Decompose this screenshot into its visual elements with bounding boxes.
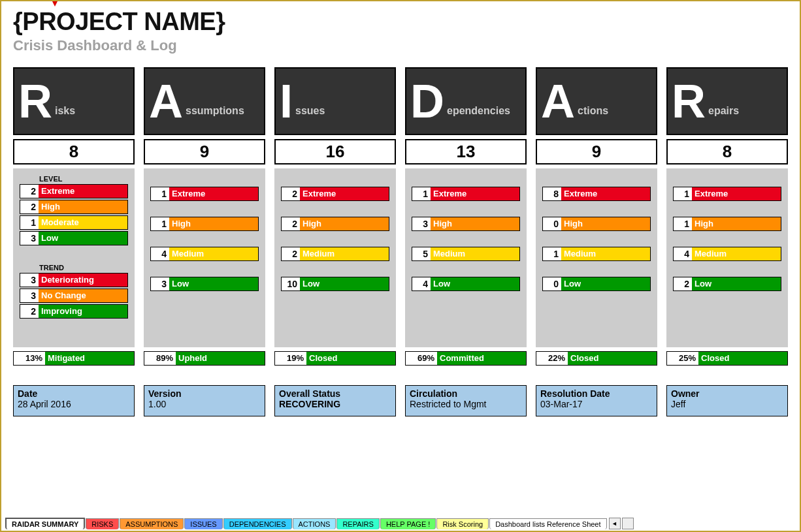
info-box-0: Date28 April 2016 — [13, 385, 135, 416]
column-letter: A — [149, 78, 183, 125]
sheet-tab-1[interactable]: RISKS — [86, 518, 119, 529]
status-label: Upheld — [176, 352, 265, 365]
breakdown-name: Medium — [431, 247, 519, 260]
column-letter: R — [18, 78, 52, 125]
tab-scroll-thumb[interactable] — [622, 518, 634, 529]
level-name: High — [39, 200, 127, 213]
breakdown-entry: 2High — [281, 217, 389, 231]
breakdown-entry: 1High — [150, 217, 259, 231]
breakdown-name: Low — [431, 277, 519, 290]
info-value: Restricted to Mgmt — [410, 399, 522, 409]
column-count-3: 13 — [405, 139, 527, 164]
breakdown-column-3: 1Extreme3High5Medium4Low — [405, 168, 527, 347]
trend-count: 2 — [20, 305, 39, 318]
sheet-tab-2[interactable]: ASSUMPTIONS — [120, 518, 184, 529]
breakdown-count: 5 — [412, 247, 431, 260]
info-value: Jeff — [671, 399, 783, 409]
insertion-marker-icon — [52, 1, 57, 7]
level-count: 1 — [20, 216, 39, 229]
breakdown-column-5: 1Extreme1High4Medium2Low — [666, 168, 788, 347]
breakdown-entry: 1High — [673, 217, 781, 231]
level-count: 2 — [20, 185, 39, 198]
info-value: RECOVERING — [279, 399, 391, 409]
breakdown-count: 2 — [282, 187, 300, 200]
breakdown-name: Extreme — [431, 187, 519, 200]
level-name: Extreme — [39, 185, 127, 198]
breakdown-name: High — [169, 217, 258, 230]
info-key: Date — [18, 388, 130, 399]
breakdown-entry: 2Low — [673, 277, 781, 291]
level-name: Moderate — [39, 216, 127, 229]
status-item-5: 25%Closed — [666, 351, 788, 366]
sheet-tab-6[interactable]: REPAIRS — [336, 518, 379, 529]
status-item-1: 89%Upheld — [144, 351, 265, 366]
breakdown-count: 4 — [674, 247, 692, 260]
breakdown-entry: 4Medium — [673, 247, 781, 261]
status-label: Closed — [568, 352, 657, 365]
breakdown-entry: 4Medium — [150, 247, 259, 261]
column-word: isks — [55, 105, 75, 117]
trend-entry: 3Deteriorating — [20, 273, 128, 287]
trend-name: Improving — [39, 305, 127, 318]
breakdown-name: Low — [169, 277, 258, 290]
status-percent: 69% — [406, 352, 437, 365]
column-header-3: Dependencies — [405, 67, 527, 135]
breakdown-count: 2 — [282, 247, 300, 260]
trend-count: 3 — [20, 274, 39, 287]
breakdown-name: Extreme — [300, 187, 389, 200]
trend-count: 3 — [20, 289, 39, 302]
status-label: Committed — [437, 352, 526, 365]
breakdown-count: 4 — [412, 277, 431, 290]
level-entry: 3Low — [20, 231, 128, 245]
breakdown-count: 1 — [674, 187, 692, 200]
sheet-tab-8[interactable]: Risk Scoring — [436, 518, 489, 529]
breakdown-name: High — [300, 217, 389, 230]
sheet-tab-5[interactable]: ACTIONS — [293, 518, 336, 529]
info-value: 03-Mar-17 — [540, 399, 653, 409]
info-key: Owner — [671, 388, 783, 399]
trend-entry: 2Improving — [20, 304, 128, 319]
status-label: Mitigated — [45, 352, 134, 365]
breakdown-entry: 5Medium — [412, 247, 520, 261]
breakdown-entry: 3High — [412, 217, 520, 231]
status-percent: 25% — [667, 352, 698, 365]
breakdown-count: 8 — [543, 187, 561, 200]
project-subtitle: Crisis Dashboard & Log — [13, 37, 788, 54]
info-box-2: Overall StatusRECOVERING — [274, 385, 396, 416]
breakdown-name: High — [561, 217, 650, 230]
trend-label: TREND — [20, 261, 128, 273]
column-header-2: Issues — [274, 67, 396, 135]
sheet-tab-4[interactable]: DEPENDENCIES — [223, 518, 292, 529]
sheet-tab-9[interactable]: Dashboard lists Reference Sheet — [489, 518, 606, 529]
breakdown-count: 10 — [282, 277, 300, 290]
level-entry: 2Extreme — [20, 184, 128, 198]
breakdown-name: High — [692, 217, 781, 230]
sheet-tab-0[interactable]: RAIDAR SUMMARY — [5, 518, 85, 529]
project-title: {PROJECT NAME} — [13, 8, 788, 36]
breakdown-count: 2 — [674, 277, 692, 290]
sheet-tab-7[interactable]: HELP PAGE ! — [380, 518, 436, 529]
tab-scroll-left-icon[interactable]: ◄ — [609, 518, 621, 529]
level-entry: 2High — [20, 200, 128, 214]
status-label: Closed — [306, 352, 395, 365]
info-key: Version — [148, 388, 261, 399]
column-count-0: 8 — [13, 139, 135, 164]
breakdown-name: Low — [561, 277, 650, 290]
column-letter: I — [280, 78, 293, 125]
level-count: 3 — [20, 232, 39, 245]
column-letter: D — [410, 78, 444, 125]
breakdown-name: Medium — [169, 247, 258, 260]
status-label: Closed — [698, 352, 787, 365]
breakdown-entry: 1Medium — [542, 247, 651, 261]
breakdown-name: High — [431, 217, 519, 230]
breakdown-entry: 10Low — [281, 277, 389, 291]
breakdown-name: Low — [692, 277, 781, 290]
header: {PROJECT NAME} Crisis Dashboard & Log — [1, 1, 800, 58]
info-box-4: Resolution Date03-Mar-17 — [536, 385, 657, 416]
breakdown-count: 1 — [151, 217, 169, 230]
sheet-tab-3[interactable]: ISSUES — [184, 518, 222, 529]
breakdown-name: Medium — [300, 247, 389, 260]
breakdown-entry: 3Low — [150, 277, 259, 291]
column-word: ependencies — [447, 105, 510, 117]
breakdown-entry: 8Extreme — [542, 187, 651, 201]
